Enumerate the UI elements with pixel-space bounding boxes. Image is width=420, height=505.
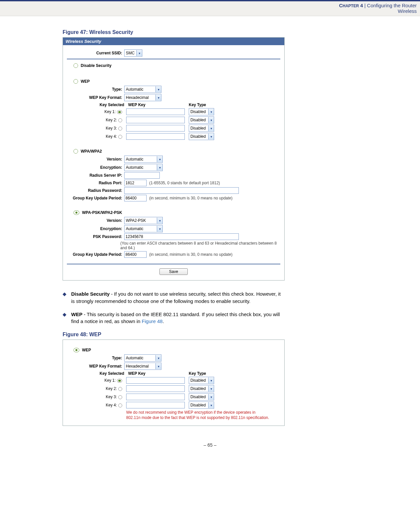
key-label: Key 3: [106,395,117,399]
psk-pwd-label: PSK Password: [67,234,124,239]
wep-key-input[interactable] [126,377,185,384]
save-button[interactable]: Save [159,268,187,275]
key-type-select[interactable]: Disabled▾ [189,116,214,124]
wpa-option[interactable]: WPA/WPA2 [73,149,280,154]
wep-type-label: Type: [67,356,124,360]
radius-pwd-input[interactable] [124,187,239,194]
key-row: Key 3:Disabled▾ [67,125,280,132]
figure-48-caption: Figure 48: WEP [63,332,377,338]
ssid-value: SMC [125,51,136,55]
chevron-down-icon: ▾ [208,394,214,400]
radius-port-input[interactable] [124,180,147,186]
chevron-down-icon: ▾ [208,117,214,123]
radius-port-label: Radius Port: [67,181,124,185]
psk-version-label: Version: [67,218,124,223]
chevron-down-icon: ▾ [208,402,214,408]
wep-format-select[interactable]: Hexadecimal▾ [124,94,161,101]
key-type-select[interactable]: Disabled▾ [189,377,214,384]
key-type-select[interactable]: Disabled▾ [189,385,214,392]
body-list: ◆ Disable Security - If you do not want … [63,290,283,325]
psk-pwd-input[interactable] [124,233,239,240]
wep-key-header: WEP Key [126,103,189,107]
divider [67,59,280,59]
key-label: Key 1: [104,109,116,114]
key-label: Key 1: [104,378,116,383]
wep-warn-line1: We do not recommend using the WEP encryp… [126,410,255,415]
gkup-input[interactable] [124,195,147,201]
gkup-label: Group Key Update Period: [67,196,124,200]
wep-term: WEP [71,312,82,317]
chapter-num: 4 [359,3,363,8]
psk-enc-select[interactable]: Automatic▾ [124,225,163,232]
wep-key-input[interactable] [126,125,185,132]
key-label: Key 4: [106,403,117,407]
disable-security-option[interactable]: Disable Security [73,63,280,68]
wep-format-select[interactable]: Hexadecimal▾ [124,363,161,370]
wep-type-value: Automatic [125,87,155,92]
key-type-select[interactable]: Disabled▾ [189,401,214,409]
radio-icon-selected [73,348,79,352]
wep-format-label: WEP Key Format: [67,95,124,100]
key-type-header: Key Type [189,103,218,107]
wep-key-input[interactable] [126,108,185,115]
wep-key-input[interactable] [126,133,185,140]
key-type-select[interactable]: Disabled▾ [189,125,214,132]
figure-48-link[interactable]: Figure 48 [142,318,162,324]
chapter-word: HAPTER [343,4,359,8]
wpa-version-select[interactable]: Automatic▾ [124,156,163,163]
wep-key-input[interactable] [126,394,185,400]
wep-key-input[interactable] [126,385,185,392]
radio-icon [73,79,78,84]
wep-warning: We do not recommend using the WEP encryp… [126,410,280,420]
psk-version-select[interactable]: WPA2-PSK▾ [124,217,163,224]
wep-key-input[interactable] [126,402,185,408]
ssid-select[interactable]: SMC▾ [124,49,142,57]
key-type-select[interactable]: Disabled▾ [189,108,214,115]
chevron-down-icon: ▾ [208,386,214,392]
ssid-label: Current SSID: [67,51,124,55]
chapter-prefix: C [339,3,343,8]
chevron-down-icon: ▾ [155,363,161,369]
key-radio[interactable] [117,110,122,114]
figure-47-caption: Figure 47: Wireless Security [63,29,377,35]
wep-type-select[interactable]: Automatic▾ [124,354,161,362]
wep-format-value: Hexadecimal [125,95,155,100]
wep-key-header: WEP Key [126,371,189,376]
key-label: Key 2: [106,386,117,391]
key-radio[interactable] [118,403,122,407]
key-label: Key 2: [106,118,117,122]
psk-gkup-hint: (in second, minimum is 30, 0 means no up… [149,252,233,257]
radius-ip-label: Radius Server IP: [67,173,124,178]
chevron-down-icon: ▾ [157,226,162,232]
key-radio[interactable] [118,127,122,131]
panel-title: Wireless Security [63,38,284,45]
chevron-down-icon: ▾ [155,86,161,92]
wep-type-select[interactable]: Automatic▾ [124,86,161,93]
wpa-enc-select[interactable]: Automatic▾ [124,164,163,171]
psk-gkup-input[interactable] [124,251,147,258]
key-radio[interactable] [118,395,122,399]
key-selected-header: Key Selected [67,371,126,376]
key-radio[interactable] [118,135,122,139]
chevron-down-icon: ▾ [155,355,161,361]
key-type-select[interactable]: Disabled▾ [189,393,214,401]
key-radio[interactable] [118,118,122,122]
key-type-select[interactable]: Disabled▾ [189,133,214,140]
figure-48-image: WEP Type:Automatic▾ WEP Key Format:Hexad… [63,340,285,426]
wep-format-label: WEP Key Format: [67,364,124,369]
gkup-hint: (in second, minimum is 30, 0 means no up… [149,196,233,200]
divider [67,264,280,264]
key-radio[interactable] [118,387,122,391]
wep-option[interactable]: WEP [73,79,280,84]
key-selected-header: Key Selected [67,103,126,107]
wep-type-label: Type: [67,87,124,92]
wep-key-input[interactable] [126,117,185,123]
chevron-down-icon: ▾ [157,156,162,162]
radius-ip-input[interactable] [124,172,160,179]
wpapsk-option[interactable]: WPA-PSK/WPA2-PSK [73,210,280,215]
wep-option-selected[interactable]: WEP [73,348,280,352]
chevron-down-icon: ▾ [155,95,161,101]
key-row: Key 3:Disabled▾ [67,393,280,401]
key-radio[interactable] [117,379,122,383]
key-row: Key 2:Disabled▾ [67,116,280,124]
